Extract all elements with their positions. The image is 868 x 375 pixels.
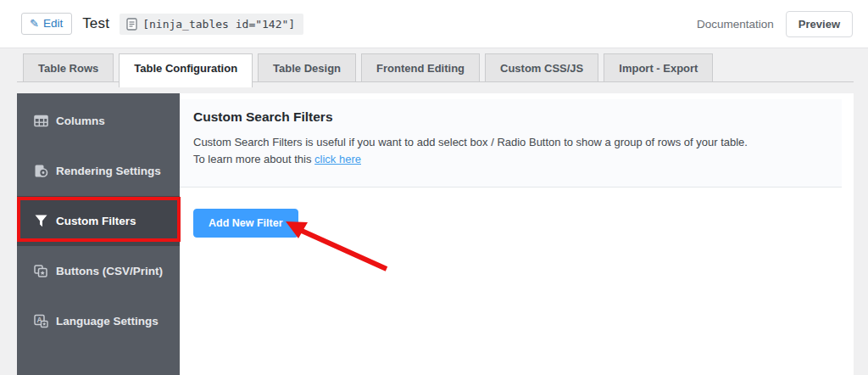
sidebar-item-label: Columns [56,115,105,127]
add-new-filter-button[interactable]: Add New Filter [193,209,298,238]
section-description-line2: To learn more about this click here [193,151,828,168]
tab-table-configuration[interactable]: Table Configuration [119,53,253,87]
columns-icon [34,114,48,128]
settings-sidebar: Columns Rendering Settings Custom Filter… [17,93,180,375]
tab-strip: Table Rows Table Configuration Table Des… [17,53,854,82]
header-right-group: Documentation Preview [697,11,853,37]
edit-button-label: Edit [43,17,63,30]
sidebar-item-label: Language Settings [56,315,159,327]
tab-table-design[interactable]: Table Design [258,53,356,82]
settings-content: Custom Search Filters Custom Search Filt… [180,93,854,375]
sidebar-item-columns[interactable]: Columns [17,96,180,146]
pencil-icon: ✎ [30,18,39,29]
shortcode-text: [ninja_tables id="142"] [142,18,295,31]
page-title: Test [82,15,109,32]
header-bar: ✎Edit Test [ninja_tables id="142"] Docum… [0,0,868,48]
language-settings-icon: A [34,314,48,328]
tab-frontend-editing[interactable]: Frontend Editing [361,53,480,82]
sidebar-item-buttons-csv-print[interactable]: Buttons (CSV/Print) [17,246,180,296]
sidebar-item-custom-filters[interactable]: Custom Filters [17,196,180,246]
preview-button[interactable]: Preview [786,11,853,37]
sidebar-item-label: Rendering Settings [56,165,161,177]
sidebar-item-rendering-settings[interactable]: Rendering Settings [17,146,180,196]
section-heading: Custom Search Filters [193,109,828,125]
header-left-group: ✎Edit Test [ninja_tables id="142"] [21,13,303,35]
click-here-link[interactable]: click here [314,153,361,165]
sidebar-item-label: Custom Filters [56,215,136,227]
description-line2-text: To learn more about this [193,153,314,165]
main-panel: Columns Rendering Settings Custom Filter… [17,93,854,375]
tab-table-rows[interactable]: Table Rows [23,53,114,82]
document-icon [126,18,137,31]
rendering-settings-icon [34,164,48,178]
tab-list: Table Rows Table Configuration Table Des… [17,53,854,87]
tab-custom-css-js[interactable]: Custom CSS/JS [485,53,598,82]
documentation-link[interactable]: Documentation [697,18,774,31]
tab-import-export[interactable]: Import - Export [604,53,713,82]
edit-button[interactable]: ✎Edit [21,13,72,35]
sidebar-item-label: Buttons (CSV/Print) [56,265,163,277]
sidebar-item-language-settings[interactable]: A Language Settings [17,296,180,346]
section-description-line1: Custom Search Filters is useful if you w… [193,134,828,151]
buttons-icon [34,264,48,278]
custom-filters-icon [34,214,48,228]
custom-filters-intro: Custom Search Filters Custom Search Filt… [180,99,842,188]
shortcode-chip[interactable]: [ninja_tables id="142"] [120,14,303,35]
